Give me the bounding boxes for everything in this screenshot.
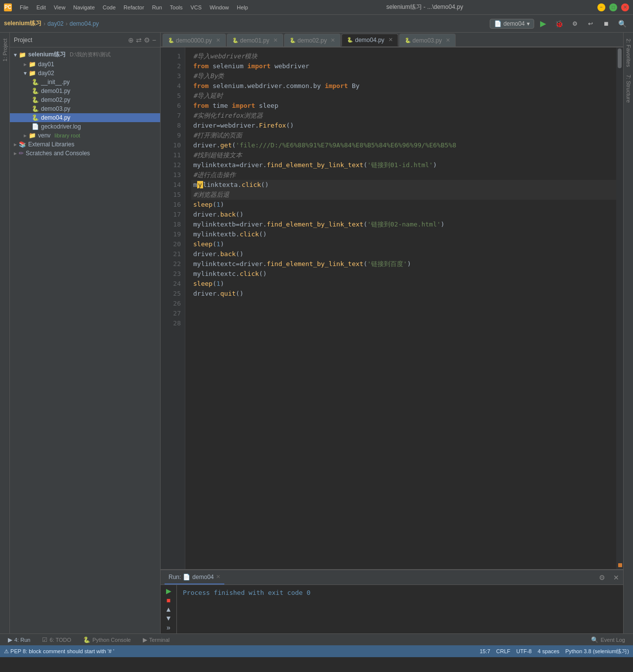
run-green-button[interactable]: ▶: [163, 587, 174, 595]
menu-tools[interactable]: Tools: [166, 3, 187, 11]
breadcrumb-file[interactable]: demo04.py: [70, 20, 99, 27]
menu-navigate[interactable]: Navigate: [69, 3, 98, 11]
line-ending[interactable]: CRLF: [496, 648, 510, 654]
more-button[interactable]: »: [163, 624, 174, 631]
run-tab-text: Run:: [169, 574, 181, 581]
python-console-label: Python Console: [92, 637, 131, 643]
menu-vcs[interactable]: VCS: [187, 3, 206, 11]
tree-item-demo02[interactable]: 🐍 demo02.py: [10, 95, 160, 104]
code-content[interactable]: #导入webdriver模块 from selenium import webd…: [185, 47, 616, 569]
close-button[interactable]: ✕: [621, 3, 629, 11]
build-button[interactable]: ⏹: [599, 17, 613, 31]
breadcrumb-day02[interactable]: day02: [47, 20, 64, 27]
bottom-run-label: Run: 📄 demo04 ✕: [165, 570, 224, 584]
debug-button[interactable]: 🐞: [552, 17, 566, 31]
tree-item-extlibs[interactable]: ▸ 📚 External Libraries: [10, 140, 160, 149]
panel-minimize-icon[interactable]: −: [152, 36, 156, 44]
bottom-tool-tabs: ▶ 4: Run ☑ 6: TODO 🐍 Python Console ▶ Te…: [0, 633, 633, 645]
code-line-16: sleep(1): [191, 200, 616, 210]
tool-tab-python[interactable]: 🐍 Python Console: [79, 634, 135, 645]
tree-label: selenium练习: [28, 50, 66, 59]
tool-tab-todo[interactable]: ☑ 6: TODO: [38, 634, 75, 645]
tab-demo03[interactable]: 🐍 demo03.py ✕: [399, 34, 456, 46]
menu-help[interactable]: Help: [233, 3, 252, 11]
folder-icon: 📁: [19, 51, 26, 58]
bottom-close-icon[interactable]: ✕: [613, 574, 619, 582]
tab-demo02-close[interactable]: ✕: [331, 37, 335, 44]
menu-edit[interactable]: Edit: [33, 3, 50, 11]
coverage-button[interactable]: ⚙: [568, 17, 582, 31]
tree-item-demo04[interactable]: 🐍 demo04.py: [10, 113, 160, 122]
log-gecko-icon: 📄: [32, 123, 39, 130]
bottom-panel: Run: 📄 demo04 ✕ ⚙ ✕ ▶ ■ ▲ ▼ » Proc: [161, 569, 623, 633]
toolbar: selenium练习 › day02 › demo04.py 📄 demo04 …: [0, 15, 633, 33]
terminal-icon: ▶: [143, 636, 147, 643]
tool-tab-terminal[interactable]: ▶ Terminal: [139, 634, 174, 645]
tab-demo0000-close[interactable]: ✕: [216, 37, 220, 44]
folder-day01-icon: 📁: [29, 61, 36, 68]
tree-item-venv[interactable]: ▸ 📁 venv library root: [10, 131, 160, 140]
tab-demo04-close[interactable]: ✕: [388, 37, 393, 43]
tree-gecko-label: geckodriver.log: [41, 123, 81, 130]
tree-item-gecko[interactable]: 📄 geckodriver.log: [10, 122, 160, 131]
code-editor[interactable]: 12345 678910 1112131415 1617181920 21222…: [161, 47, 623, 569]
run-tool-label: 4: Run: [14, 637, 30, 643]
indent-setting[interactable]: 4 spaces: [538, 648, 559, 654]
cursor-position[interactable]: 15:7: [480, 648, 490, 654]
tab-demo01-label: demo01.py: [240, 37, 269, 44]
encoding[interactable]: UTF-8: [516, 648, 532, 654]
tree-item-demo03[interactable]: 🐍 demo03.py: [10, 104, 160, 113]
right-tab-structure[interactable]: 7: Structure: [624, 71, 633, 107]
right-tab-favorites[interactable]: 2: Favorites: [624, 35, 633, 71]
left-tab-project[interactable]: 1: Project: [0, 35, 10, 65]
minimize-button[interactable]: −: [597, 3, 605, 11]
menu-run[interactable]: Run: [148, 3, 166, 11]
menu-code[interactable]: Code: [99, 3, 120, 11]
code-line-12: mylinktexta=driver.find_element_by_link_…: [191, 160, 616, 170]
todo-tool-icon: ☑: [42, 636, 47, 643]
run-button[interactable]: ▶: [536, 17, 550, 31]
tab-demo03-close[interactable]: ✕: [446, 37, 450, 44]
todo-tool-label: 6: TODO: [49, 637, 71, 643]
tree-item-init[interactable]: 🐍 __init__.py: [10, 78, 160, 87]
tab-demo02[interactable]: 🐍 demo02.py ✕: [284, 34, 340, 46]
event-log-tab[interactable]: 🔍 Event Log: [587, 634, 629, 645]
menu-file[interactable]: File: [16, 3, 33, 11]
tab-demo01-close[interactable]: ✕: [273, 37, 278, 44]
tree-item-day01[interactable]: ▸ 📁 day01: [10, 60, 160, 69]
tab-demo04[interactable]: 🐍 demo04.py ✕: [341, 34, 398, 46]
menu-window[interactable]: Window: [206, 3, 233, 11]
maximize-button[interactable]: □: [609, 3, 617, 11]
code-line-3: #导入By类: [191, 71, 616, 81]
stop-button[interactable]: ■: [163, 596, 174, 604]
pep8-warning[interactable]: ⚠ PEP 8: block comment should start with…: [4, 648, 114, 655]
tree-ext-expand-icon: ▸: [14, 141, 17, 148]
tree-item-selenium[interactable]: ▾ 📁 selenium练习 D:\我的资料\测试: [10, 49, 160, 60]
panel-settings-icon[interactable]: ⚙: [144, 36, 150, 44]
tree-item-demo01[interactable]: 🐍 demo01.py: [10, 87, 160, 95]
editor-scrollbar[interactable]: [616, 47, 623, 569]
bottom-tab-close-icon[interactable]: ✕: [216, 574, 220, 580]
scroll-up-button[interactable]: ▲: [163, 605, 174, 613]
panel-add-icon[interactable]: ⊕: [128, 36, 134, 44]
menu-view[interactable]: View: [50, 3, 70, 11]
bottom-settings-icon[interactable]: ⚙: [599, 574, 605, 582]
scroll-down-button[interactable]: ▼: [163, 614, 174, 622]
code-line-21: driver.back(): [191, 249, 616, 259]
menu-refactor[interactable]: Refactor: [120, 3, 148, 11]
tab-demo03-label: demo03.py: [413, 37, 442, 44]
tree-item-day02[interactable]: ▾ 📁 day02: [10, 69, 160, 78]
tab-demo01[interactable]: 🐍 demo01.py ✕: [227, 34, 283, 46]
tab-demo01-icon: 🐍: [232, 38, 238, 43]
tool-tab-run[interactable]: ▶ 4: Run: [4, 634, 34, 645]
profile-button[interactable]: ↩: [584, 17, 597, 31]
tab-demo0000[interactable]: 🐍 demo0000.py ✕: [163, 34, 226, 46]
breadcrumb-root[interactable]: selenium练习: [4, 19, 42, 28]
tree-item-scratches[interactable]: ▸ ✏ Scratches and Consoles: [10, 149, 160, 158]
py-init-icon: 🐍: [32, 79, 39, 86]
panel-layout-icon[interactable]: ⇄: [136, 36, 142, 44]
search-button[interactable]: 🔍: [615, 17, 629, 31]
python-interpreter[interactable]: Python 3.8 (selenium练习): [565, 648, 629, 655]
run-config-dropdown[interactable]: 📄 demo04 ▾: [490, 19, 534, 29]
python-console-icon: 🐍: [83, 636, 90, 643]
